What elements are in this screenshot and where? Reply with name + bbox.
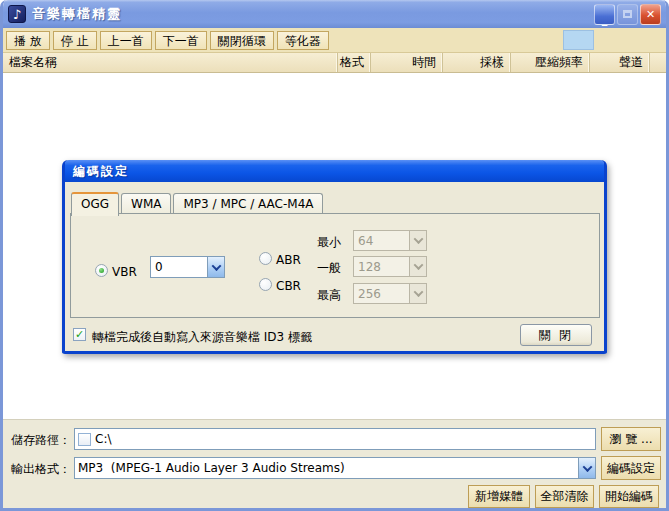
max-bitrate-label: 最高 bbox=[317, 287, 341, 304]
column-header-sampling[interactable]: 採樣 bbox=[443, 53, 511, 72]
chevron-down-icon bbox=[413, 234, 423, 244]
path-checkbox[interactable] bbox=[78, 433, 91, 446]
stop-button[interactable]: 停 止 bbox=[53, 31, 97, 50]
write-id3-label: 轉檔完成後自動寫入來源音樂檔 ID3 標籤 bbox=[92, 329, 312, 346]
vbr-quality-select[interactable]: 0 bbox=[150, 256, 225, 278]
format-tabs: OGG WMA MP3 / MPC / AAC-M4A bbox=[71, 192, 325, 214]
max-bitrate-arrow-button bbox=[409, 284, 426, 303]
add-media-button[interactable]: 新增媒體 bbox=[468, 485, 530, 508]
dialog-body: OGG WMA MP3 / MPC / AAC-M4A VBR 0 ABR CB… bbox=[65, 182, 604, 351]
min-bitrate-select: 64 bbox=[353, 230, 427, 251]
normal-bitrate-arrow-button bbox=[409, 257, 426, 276]
column-header-bitrate[interactable]: 壓縮頻率 bbox=[511, 53, 590, 72]
dialog-title-bar[interactable]: 編碼設定 bbox=[65, 160, 604, 182]
output-format-label: 輸出格式： bbox=[11, 461, 71, 478]
list-header-row: 檔案名稱 格式 時間 採樣 壓縮頻率 聲道 bbox=[3, 53, 666, 73]
chevron-down-icon bbox=[413, 287, 423, 297]
save-path-field[interactable]: C:\ bbox=[74, 428, 596, 450]
normal-bitrate-value: 128 bbox=[358, 260, 381, 274]
output-format-value: MP3 (MPEG-1 Audio Layer 3 Audio Streams) bbox=[78, 461, 345, 475]
chevron-down-icon bbox=[211, 261, 221, 271]
normal-bitrate-label: 一般 bbox=[317, 260, 341, 277]
title-bar[interactable]: ♪ 音樂轉檔精靈 _ ✕ bbox=[3, 0, 666, 28]
encoding-settings-dialog: 編碼設定 OGG WMA MP3 / MPC / AAC-M4A VBR 0 A… bbox=[62, 160, 607, 354]
chevron-down-icon bbox=[413, 260, 423, 270]
tab-ogg[interactable]: OGG bbox=[71, 192, 119, 216]
save-path-label: 儲存路徑： bbox=[11, 432, 71, 449]
chevron-down-icon bbox=[582, 462, 592, 472]
bottom-panel: 儲存路徑： C:\ 瀏 覽 ... 輸出格式： MP3 (MPEG-1 Audi… bbox=[3, 419, 666, 508]
minimize-button[interactable]: _ bbox=[594, 4, 615, 25]
close-button[interactable]: ✕ bbox=[640, 4, 661, 25]
dialog-close-button[interactable]: 關 閉 bbox=[520, 324, 592, 346]
output-format-select[interactable]: MP3 (MPEG-1 Audio Layer 3 Audio Streams) bbox=[74, 457, 596, 479]
vbr-quality-value: 0 bbox=[155, 260, 163, 274]
browse-button[interactable]: 瀏 覽 ... bbox=[601, 427, 661, 451]
column-header-time[interactable]: 時間 bbox=[371, 53, 443, 72]
check-icon: ✓ bbox=[75, 329, 84, 340]
output-format-arrow-button[interactable] bbox=[578, 458, 595, 478]
encoding-settings-button[interactable]: 編碼設定 bbox=[601, 456, 661, 480]
close-icon: ✕ bbox=[646, 8, 655, 21]
max-bitrate-value: 256 bbox=[358, 287, 381, 301]
min-bitrate-value: 64 bbox=[358, 234, 373, 248]
normal-bitrate-select: 128 bbox=[353, 256, 427, 277]
cbr-radio[interactable] bbox=[259, 278, 272, 291]
save-path-value: C:\ bbox=[95, 432, 111, 446]
write-id3-checkbox[interactable]: ✓ bbox=[73, 328, 86, 341]
vbr-quality-arrow-button[interactable] bbox=[207, 257, 224, 277]
equalizer-button[interactable]: 等化器 bbox=[277, 31, 329, 50]
tab-wma[interactable]: WMA bbox=[121, 193, 171, 214]
column-header-channels[interactable]: 聲道 bbox=[590, 53, 650, 72]
column-header-filename[interactable]: 檔案名稱 bbox=[3, 53, 338, 72]
play-button[interactable]: 播 放 bbox=[6, 31, 50, 50]
app-window: ♪ 音樂轉檔精靈 _ ✕ 播 放 停 止 上一首 下一首 關閉循環 等化器 檔案… bbox=[0, 0, 669, 511]
min-bitrate-label: 最小 bbox=[317, 234, 341, 251]
abr-radio[interactable] bbox=[259, 252, 272, 265]
start-encoding-button[interactable]: 開始編碼 bbox=[599, 485, 659, 508]
window-title: 音樂轉檔精靈 bbox=[32, 5, 588, 23]
minimize-icon: _ bbox=[602, 16, 608, 24]
toolbar: 播 放 停 止 上一首 下一首 關閉循環 等化器 bbox=[3, 28, 666, 53]
maximize-button bbox=[617, 4, 638, 25]
loop-mode-button[interactable]: 關閉循環 bbox=[210, 31, 274, 50]
music-note-icon: ♪ bbox=[8, 5, 26, 23]
cbr-label: CBR bbox=[276, 279, 301, 293]
ogg-tab-page: VBR 0 ABR CBR 最小 64 一般 128 bbox=[70, 213, 600, 318]
radio-selected-dot bbox=[99, 268, 104, 273]
tab-mp3-mpc-aac[interactable]: MP3 / MPC / AAC-M4A bbox=[173, 193, 323, 214]
next-track-button[interactable]: 下一首 bbox=[155, 31, 207, 50]
max-bitrate-select: 256 bbox=[353, 283, 427, 304]
maximize-icon bbox=[623, 10, 632, 18]
column-header-format[interactable]: 格式 bbox=[338, 53, 371, 72]
vbr-radio[interactable] bbox=[95, 264, 108, 277]
dialog-title: 編碼設定 bbox=[73, 163, 129, 180]
abr-label: ABR bbox=[276, 253, 301, 267]
window-controls: _ ✕ bbox=[594, 4, 661, 25]
toolbar-progress-indicator bbox=[563, 30, 594, 50]
min-bitrate-arrow-button bbox=[409, 231, 426, 250]
clear-all-button[interactable]: 全部清除 bbox=[535, 485, 594, 508]
previous-track-button[interactable]: 上一首 bbox=[100, 31, 152, 50]
vbr-label: VBR bbox=[112, 265, 137, 279]
